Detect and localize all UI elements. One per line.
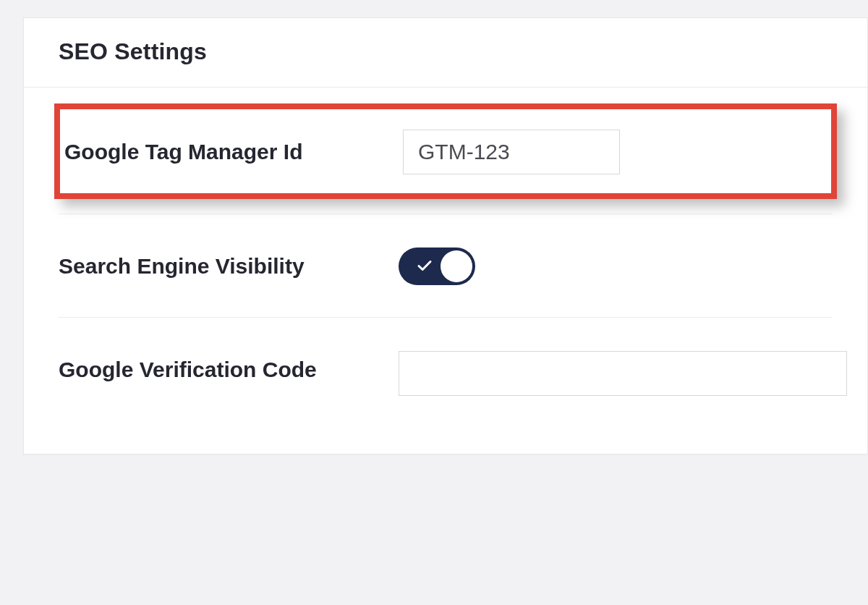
panel-header: SEO Settings	[24, 18, 867, 88]
visibility-row: Search Engine Visibility	[59, 213, 833, 318]
gtm-control	[403, 130, 828, 174]
gvc-control	[399, 351, 847, 396]
panel-body: Google Tag Manager Id Search Engine Visi…	[24, 103, 867, 454]
visibility-toggle[interactable]	[399, 248, 475, 285]
gvc-row: Google Verification Code	[59, 318, 833, 425]
panel-title: SEO Settings	[59, 38, 833, 65]
gvc-input[interactable]	[399, 351, 847, 396]
check-icon	[416, 257, 433, 274]
gvc-label: Google Verification Code	[59, 351, 399, 385]
seo-settings-panel: SEO Settings Google Tag Manager Id Searc…	[23, 17, 868, 454]
visibility-label: Search Engine Visibility	[59, 248, 399, 282]
gtm-input[interactable]	[403, 130, 620, 174]
toggle-knob	[441, 250, 472, 282]
visibility-control	[399, 248, 833, 288]
gtm-row: Google Tag Manager Id	[63, 130, 828, 174]
gtm-label: Google Tag Manager Id	[63, 138, 403, 167]
gtm-row-highlight: Google Tag Manager Id	[54, 103, 837, 199]
